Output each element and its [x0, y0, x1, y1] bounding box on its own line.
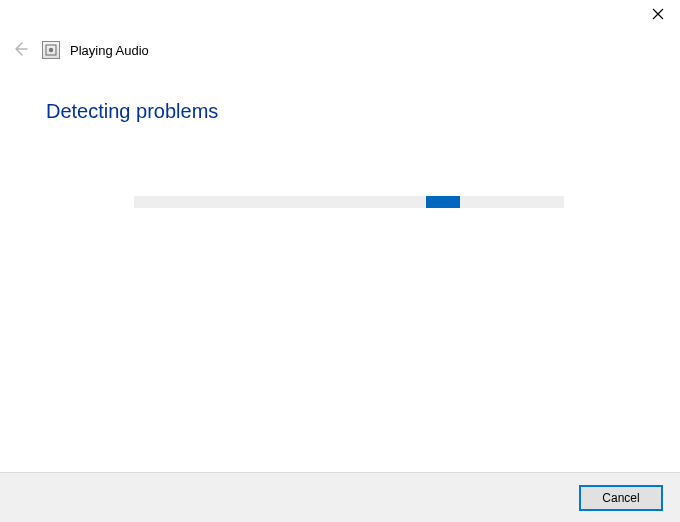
header: Playing Audio	[8, 38, 149, 62]
close-button[interactable]	[635, 0, 680, 30]
arrow-left-icon	[12, 41, 28, 60]
cancel-button[interactable]: Cancel	[580, 486, 662, 510]
page-heading: Detecting problems	[46, 100, 634, 123]
progress-bar	[134, 196, 564, 208]
troubleshooter-icon	[42, 41, 60, 59]
footer: Cancel	[0, 472, 680, 522]
svg-point-1	[49, 48, 53, 52]
window-title: Playing Audio	[70, 43, 149, 58]
close-icon	[652, 8, 664, 23]
progress-indicator	[426, 196, 460, 208]
titlebar	[635, 0, 680, 32]
content-area: Detecting problems	[46, 100, 634, 123]
back-button[interactable]	[8, 38, 32, 62]
